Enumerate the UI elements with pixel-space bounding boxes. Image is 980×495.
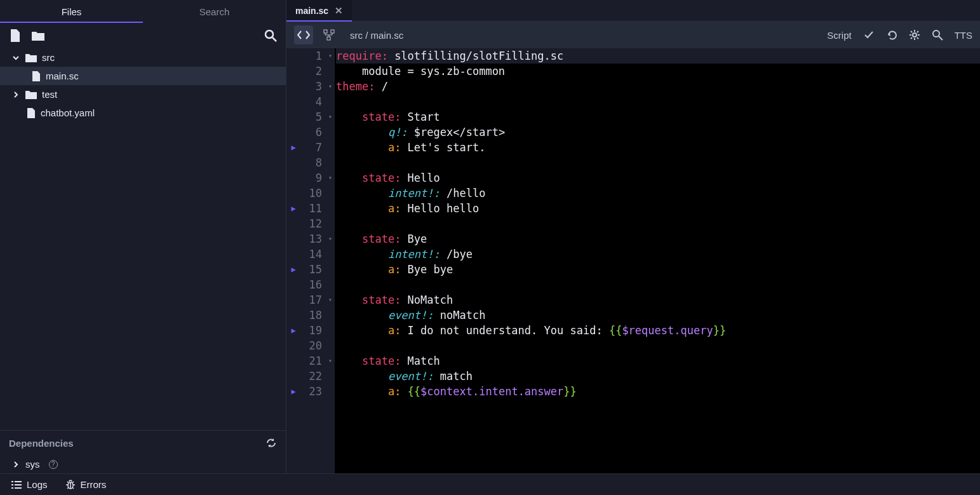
fold-marker — [326, 201, 335, 216]
code-line[interactable] — [336, 155, 980, 170]
code-line[interactable]: intent!: /hello — [336, 186, 980, 201]
chevron-right-icon — [11, 92, 20, 98]
bug-icon — [65, 480, 76, 490]
run-line-icon — [286, 231, 300, 247]
logs-icon — [11, 480, 22, 489]
run-line-icon[interactable]: ▶ — [286, 262, 300, 277]
line-number: 4 — [300, 94, 322, 109]
code-line[interactable]: a: Bye bye — [336, 262, 980, 277]
code-line[interactable]: intent!: /bye — [336, 247, 980, 262]
fold-marker[interactable]: ▾ — [326, 79, 335, 94]
svg-rect-4 — [327, 37, 330, 40]
code-line[interactable]: state: NoMatch — [336, 292, 980, 308]
fold-marker — [326, 216, 335, 231]
check-icon[interactable] — [863, 29, 875, 41]
line-number: 9 — [300, 170, 322, 186]
run-line-icon — [286, 155, 300, 170]
fold-marker[interactable]: ▾ — [326, 109, 335, 125]
run-line-icon[interactable]: ▶ — [286, 384, 300, 399]
code-line[interactable]: a: {{$context.intent.answer}} — [336, 384, 980, 399]
fold-marker — [326, 369, 335, 384]
code-line[interactable]: theme: / — [336, 79, 980, 94]
help-icon[interactable]: ? — [49, 460, 58, 469]
tab-files[interactable]: Files — [0, 0, 143, 23]
code-mode-button[interactable] — [294, 25, 313, 44]
fold-marker — [326, 277, 335, 292]
run-line-icon — [286, 79, 300, 94]
new-file-icon[interactable] — [8, 28, 23, 43]
code-line[interactable]: a: Let's start. — [336, 140, 980, 155]
run-line-icon[interactable]: ▶ — [286, 323, 300, 338]
fold-marker[interactable]: ▾ — [326, 353, 335, 369]
run-line-icon — [286, 109, 300, 125]
fold-marker[interactable]: ▾ — [326, 292, 335, 308]
dependencies-section: Dependencies sys ? — [0, 430, 286, 473]
editor-tab-main[interactable]: main.sc ✕ — [286, 0, 352, 21]
code-line[interactable]: event!: match — [336, 369, 980, 384]
code-line[interactable]: state: Bye — [336, 231, 980, 247]
tree-folder-test[interactable]: test — [0, 85, 286, 104]
code-line[interactable] — [336, 277, 980, 292]
statusbar: Logs Errors — [0, 473, 980, 495]
run-line-icon[interactable]: ▶ — [286, 140, 300, 155]
tree-file-main[interactable]: main.sc — [0, 67, 286, 85]
refresh-icon[interactable] — [265, 437, 277, 449]
errors-button[interactable]: Errors — [65, 479, 107, 490]
code-line[interactable]: state: Hello — [336, 170, 980, 186]
logs-label: Logs — [27, 479, 48, 490]
code-line[interactable] — [336, 338, 980, 353]
fold-marker[interactable]: ▾ — [326, 231, 335, 247]
script-dropdown[interactable]: Script — [827, 30, 851, 41]
tree-folder-src[interactable]: src — [0, 48, 286, 67]
run-line-icon — [286, 292, 300, 308]
line-number: 6 — [300, 125, 322, 140]
gear-icon[interactable] — [909, 29, 920, 41]
logs-button[interactable]: Logs — [11, 479, 48, 490]
code-line[interactable]: q!: $regex</start> — [336, 125, 980, 140]
code-line[interactable]: a: Hello hello — [336, 201, 980, 216]
line-number: 1 — [300, 48, 322, 64]
fold-marker — [326, 308, 335, 323]
run-line-icon[interactable]: ▶ — [286, 201, 300, 216]
graph-mode-button[interactable] — [319, 25, 339, 44]
fold-marker[interactable]: ▾ — [326, 170, 335, 186]
run-line-icon — [286, 64, 300, 79]
line-number: 8 — [300, 155, 322, 170]
code-line[interactable] — [336, 94, 980, 109]
line-number: 13 — [300, 231, 322, 247]
code-line[interactable]: state: Match — [336, 353, 980, 369]
close-icon[interactable]: ✕ — [335, 5, 343, 17]
dependencies-title: Dependencies — [9, 438, 74, 449]
code-line[interactable] — [336, 216, 980, 231]
svg-line-1 — [272, 37, 276, 41]
tree-file-chatbot[interactable]: chatbot.yaml — [0, 104, 286, 122]
tree-label: src — [42, 52, 55, 63]
dependencies-header[interactable]: Dependencies — [0, 431, 286, 455]
line-number: 2 — [300, 64, 322, 79]
run-line-icon — [286, 170, 300, 186]
search-icon[interactable] — [263, 28, 278, 43]
line-number: 23 — [300, 384, 322, 399]
code-line[interactable]: require: slotfilling/slotFilling.sc — [336, 48, 980, 64]
tab-search-label: Search — [199, 6, 230, 17]
tree-label: sys — [25, 459, 40, 470]
run-line-icon — [286, 125, 300, 140]
tab-search[interactable]: Search — [143, 0, 286, 23]
svg-point-6 — [933, 31, 939, 37]
fold-marker — [326, 338, 335, 353]
code-line[interactable]: state: Start — [336, 109, 980, 125]
fold-marker[interactable]: ▾ — [326, 48, 335, 64]
code-editor[interactable]: ▶▶▶▶▶ 1234567891011121314151617181920212… — [286, 48, 980, 473]
search-icon[interactable] — [932, 29, 943, 41]
line-number: 10 — [300, 186, 322, 201]
code-line[interactable]: module = sys.zb-common — [336, 64, 980, 79]
line-number: 17 — [300, 292, 322, 308]
tree-dep-sys[interactable]: sys ? — [0, 455, 286, 473]
undo-icon[interactable] — [886, 29, 897, 41]
run-line-icon — [286, 48, 300, 64]
code-line[interactable]: a: I do not understand. You said: {{$req… — [336, 323, 980, 338]
code-line[interactable]: event!: noMatch — [336, 308, 980, 323]
line-number: 11 — [300, 201, 322, 216]
new-folder-icon[interactable] — [30, 28, 46, 43]
tts-button[interactable]: TTS — [955, 30, 972, 41]
